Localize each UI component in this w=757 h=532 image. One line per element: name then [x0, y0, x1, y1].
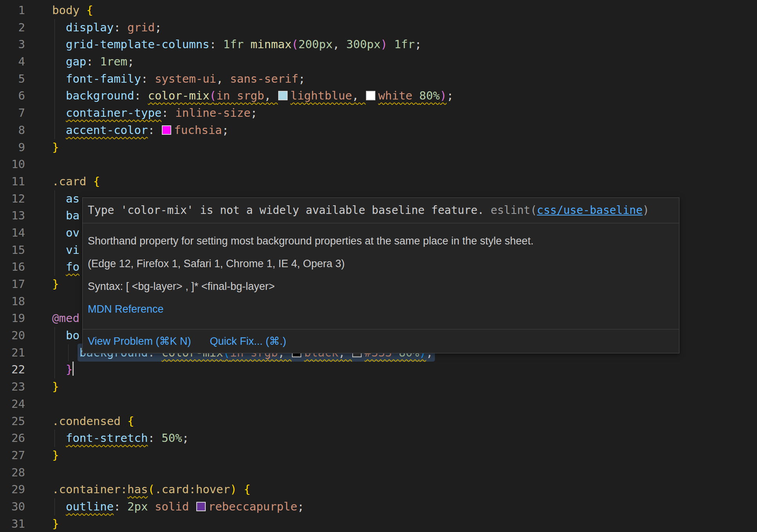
code-token: as [66, 192, 80, 205]
line-number[interactable]: 10 [0, 156, 25, 173]
mdn-reference-link[interactable]: MDN Reference [88, 303, 164, 315]
code-token: 200px [299, 38, 333, 51]
line-number[interactable]: 15 [0, 242, 25, 259]
line-number[interactable]: 3 [0, 36, 25, 53]
code-line[interactable]: 1body { [0, 2, 757, 19]
indent-guide [54, 361, 55, 378]
code-line[interactable]: 9} [0, 139, 757, 156]
line-number[interactable]: 16 [0, 259, 25, 276]
indent-guide [54, 327, 55, 344]
line-number[interactable]: 22 [0, 361, 25, 378]
code-line[interactable]: 29.container:has(.card:hover) { [0, 481, 757, 498]
hover-tooltip: Type 'color-mix' is not a widely availab… [82, 197, 679, 353]
quick-fix-action[interactable]: Quick Fix... (⌘.) [210, 335, 286, 348]
line-number[interactable]: 1 [0, 2, 25, 19]
line-number[interactable]: 2 [0, 19, 25, 36]
code-line[interactable]: 30 outline: 2px solid rebeccapurple; [0, 498, 757, 516]
code-line[interactable]: 27} [0, 447, 757, 464]
line-number[interactable]: 4 [0, 53, 25, 71]
indent-guide [54, 122, 55, 139]
line-number[interactable]: 29 [0, 481, 25, 498]
code-token: : [114, 21, 127, 34]
line-number[interactable]: 31 [0, 516, 25, 532]
line-number[interactable]: 30 [0, 498, 25, 516]
hover-docs: Shorthand property for setting most back… [83, 223, 679, 329]
line-number[interactable]: 7 [0, 105, 25, 122]
code-token [52, 346, 80, 359]
color-swatch[interactable] [162, 125, 171, 135]
line-number[interactable]: 17 [0, 276, 25, 293]
indent-guide [68, 344, 69, 362]
code-token: } [52, 517, 59, 530]
view-problem-action[interactable]: View Problem (⌘K N) [88, 335, 191, 348]
code-line[interactable]: 11.card { [0, 173, 757, 190]
code-token: 80% [419, 89, 440, 102]
code-text [52, 396, 757, 413]
lint-rule-link[interactable]: css/use-baseline [537, 204, 643, 217]
code-text: } [52, 447, 757, 464]
color-swatch[interactable] [366, 91, 375, 100]
code-line[interactable]: 22 } [0, 361, 757, 378]
line-number[interactable]: 11 [0, 173, 25, 190]
code-line[interactable]: 6 background: color-mix(in srgb, lightbl… [0, 87, 757, 105]
line-number[interactable]: 18 [0, 293, 25, 310]
line-number[interactable]: 19 [0, 310, 25, 327]
line-number[interactable]: 23 [0, 378, 25, 396]
code-token: } [52, 141, 59, 154]
code-token: rebeccapurple [208, 500, 297, 513]
indent-guide [54, 344, 55, 362]
line-number[interactable]: 8 [0, 122, 25, 139]
code-text [52, 156, 757, 173]
line-number[interactable]: 14 [0, 224, 25, 242]
code-line[interactable]: 3 grid-template-columns: 1fr minmax(200p… [0, 36, 757, 53]
code-token: fo [66, 260, 80, 273]
code-line[interactable]: 31} [0, 516, 757, 532]
code-text: gap: 1rem; [52, 53, 757, 71]
code-line[interactable]: 5 font-family: system-ui, sans-serif; [0, 71, 757, 88]
line-number[interactable]: 25 [0, 413, 25, 430]
code-token: ; [415, 38, 421, 51]
line-number[interactable]: 6 [0, 87, 25, 105]
code-line[interactable]: 8 accent-color: fuchsia; [0, 122, 757, 139]
code-token: @med [52, 311, 80, 325]
line-number[interactable]: 20 [0, 327, 25, 344]
code-token: minmax [250, 38, 292, 51]
line-number[interactable]: 9 [0, 139, 25, 156]
line-number[interactable]: 27 [0, 447, 25, 464]
code-line[interactable]: 25.condensed { [0, 413, 757, 430]
code-token: vi [66, 243, 80, 257]
code-token: 1fr [394, 38, 415, 51]
code-token: 300px [346, 38, 380, 51]
code-text [52, 464, 757, 481]
code-line[interactable]: 4 gap: 1rem; [0, 53, 757, 71]
code-token: bo [66, 329, 80, 342]
code-token: } [66, 363, 72, 376]
line-number[interactable]: 21 [0, 344, 25, 362]
line-number[interactable]: 26 [0, 430, 25, 447]
code-line[interactable]: 2 display: grid; [0, 19, 757, 36]
line-number[interactable]: 28 [0, 464, 25, 481]
code-text: body { [52, 2, 757, 19]
code-token: , [216, 72, 230, 85]
code-token [237, 483, 243, 496]
code-line[interactable]: 10 [0, 156, 757, 173]
color-swatch[interactable] [196, 502, 206, 511]
code-token: { [244, 483, 250, 496]
code-line[interactable]: 28 [0, 464, 757, 481]
line-number[interactable]: 5 [0, 71, 25, 88]
code-token: { [93, 175, 100, 188]
code-line[interactable]: 26 font-stretch: 50%; [0, 430, 757, 447]
color-swatch[interactable] [278, 91, 288, 100]
code-token: background [66, 89, 134, 102]
line-number[interactable]: 12 [0, 190, 25, 208]
indent-guide [54, 53, 55, 71]
code-line[interactable]: 7 container-type: inline-size; [0, 105, 757, 122]
line-number[interactable]: 24 [0, 396, 25, 413]
code-text: background: color-mix(in srgb, lightblue… [52, 87, 757, 105]
line-number[interactable]: 13 [0, 207, 25, 224]
code-line[interactable]: 23} [0, 378, 757, 396]
code-token: solid [155, 500, 196, 513]
code-line[interactable]: 24 [0, 396, 757, 413]
code-text: } [52, 516, 757, 532]
code-text: font-family: system-ui, sans-serif; [52, 71, 757, 88]
